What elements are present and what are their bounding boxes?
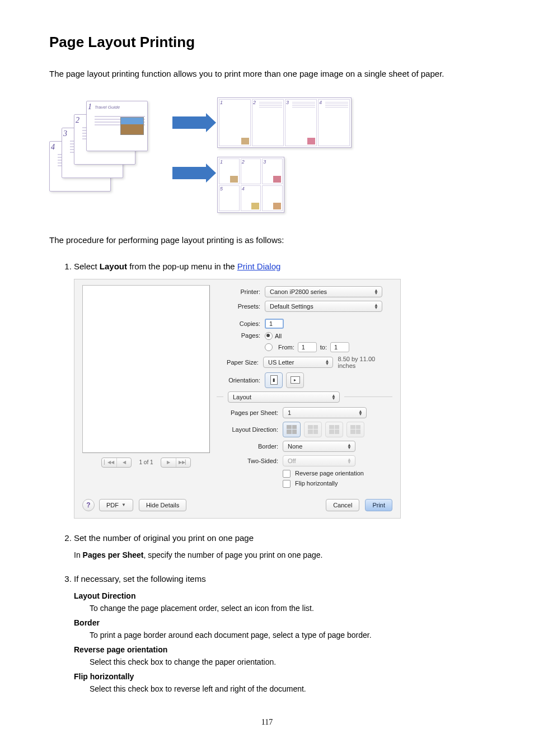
layout-dir-3-button[interactable] — [325, 422, 343, 437]
updown-icon: ▲▼ — [374, 304, 378, 309]
flip-horizontally-checkbox[interactable] — [283, 480, 291, 488]
step-3-term-0: Layout Direction — [74, 591, 485, 600]
border-select[interactable]: None ▲▼ — [283, 441, 355, 452]
step-2-body-pre: In — [74, 550, 83, 559]
procedure-text: The procedure for performing page layout… — [49, 235, 485, 245]
two-sided-select: Off ▲▼ — [283, 455, 355, 466]
presets-value: Default Settings — [270, 303, 313, 310]
pager-first-button[interactable]: ▏◀◀ — [102, 458, 116, 467]
preview-pager: ▏◀◀ ◀ 1 of 1 ▶ ▶▶▏ — [82, 458, 210, 468]
layout-dir-2-button[interactable] — [304, 422, 322, 437]
two-sided-value: Off — [288, 458, 296, 464]
layout-dir-4-button[interactable] — [346, 422, 364, 437]
pages-label: Pages: — [217, 332, 260, 339]
two-sided-label: Two-Sided: — [217, 458, 278, 464]
reverse-orientation-label: Reverse page orientation — [295, 470, 364, 477]
pages-all-radio[interactable] — [265, 332, 273, 340]
page-heading: Page Layout Printing — [49, 34, 485, 51]
hide-details-button[interactable]: Hide Details — [139, 499, 186, 511]
paper-size-value: US Letter — [268, 359, 294, 366]
step-3-def-0: To change the page placement order, sele… — [90, 604, 485, 613]
step-2-body-bold: Pages per Sheet — [83, 550, 144, 559]
step-1: Select Layout from the pop-up menu in th… — [74, 262, 485, 519]
panel-select[interactable]: Layout ▲▼ — [228, 391, 340, 403]
person-icon: ▮ — [273, 377, 275, 382]
illustration-arrows — [172, 97, 206, 198]
pager-prev-button[interactable]: ◀ — [116, 458, 131, 467]
person-icon: ▸ — [294, 377, 296, 382]
pages-from-label: From: — [278, 344, 294, 351]
step-3-title: If necessary, set the following items — [74, 574, 485, 584]
printer-value: Canon iP2800 series — [270, 288, 327, 295]
step-2-body: In Pages per Sheet, specify the number o… — [74, 550, 485, 559]
flip-horizontally-label: Flip horizontally — [295, 480, 338, 487]
page-number: 117 — [49, 718, 485, 727]
layout-dir-1-button[interactable] — [283, 422, 301, 437]
pager-next-button[interactable]: ▶ — [161, 458, 176, 467]
updown-icon: ▲▼ — [374, 289, 378, 295]
help-button[interactable]: ? — [82, 499, 95, 511]
pages-range-radio[interactable] — [265, 343, 273, 351]
panel-value: Layout — [233, 394, 251, 400]
presets-select[interactable]: Default Settings ▲▼ — [265, 301, 382, 312]
orientation-portrait-button[interactable]: ▮ — [265, 372, 283, 388]
pdf-button-label: PDF — [106, 502, 119, 508]
step-3-term-3: Flip horizontally — [74, 672, 485, 681]
pdf-menu-button[interactable]: PDF ▼ — [99, 499, 133, 511]
step-1-title: Select Layout from the pop-up menu in th… — [74, 262, 485, 271]
printer-label: Printer: — [217, 288, 260, 295]
orientation-label: Orientation: — [217, 377, 260, 384]
paper-size-select[interactable]: US Letter ▲▼ — [263, 357, 334, 368]
pages-per-sheet-label: Pages per Sheet: — [217, 409, 278, 416]
step-3-def-3: Select this check box to reverse left an… — [90, 684, 485, 693]
step-1-bold: Layout — [100, 262, 127, 271]
border-value: None — [288, 443, 302, 450]
orientation-landscape-button[interactable]: ▸ — [286, 372, 304, 388]
pager-last-button[interactable]: ▶▶▏ — [176, 458, 190, 467]
form-pane: Printer: Canon iP2800 series ▲▼ Presets:… — [217, 285, 392, 491]
step-2-title: Set the number of original you print on … — [74, 533, 485, 543]
pages-all-label: All — [275, 333, 282, 339]
updown-icon: ▲▼ — [347, 458, 352, 464]
updown-icon: ▲▼ — [325, 360, 330, 365]
step-2-body-post: , specify the number of page you print o… — [144, 550, 323, 559]
step-1-pre: Select — [74, 262, 100, 271]
preview-pane: ▏◀◀ ◀ 1 of 1 ▶ ▶▶▏ — [82, 285, 210, 468]
pages-to-input[interactable]: 1 — [330, 342, 349, 352]
pages-per-sheet-value: 1 — [288, 409, 291, 416]
pages-per-sheet-select[interactable]: 1 ▲▼ — [283, 407, 367, 418]
cancel-button[interactable]: Cancel — [326, 499, 359, 511]
panel-separator: Layout ▲▼ — [217, 391, 392, 403]
copies-label: Copies: — [217, 320, 260, 327]
step-3-def-1: To print a page border around each docum… — [90, 631, 485, 640]
paper-size-label: Paper Size: — [217, 359, 259, 366]
print-button[interactable]: Print — [365, 499, 392, 511]
layout-illustration: 4 3 2 1 Travel Guide 1 — [49, 97, 485, 213]
pager-label: 1 of 1 — [135, 459, 157, 465]
updown-icon: ▲▼ — [358, 410, 363, 416]
step-3-term-1: Border — [74, 618, 485, 627]
presets-label: Presets: — [217, 303, 260, 310]
intro-text: The page layout printing function allows… — [49, 68, 485, 81]
pages-from-input[interactable]: 1 — [298, 342, 317, 352]
illustration-outputs: 1 2 3 4 1 2 3 5 4 — [217, 97, 352, 213]
print-dialog-link[interactable]: Print Dialog — [237, 262, 281, 271]
step-2: Set the number of original you print on … — [74, 533, 485, 559]
step-1-mid: from the pop-up menu in the — [127, 262, 237, 271]
print-dialog: ▏◀◀ ◀ 1 of 1 ▶ ▶▶▏ Printer: — [74, 279, 401, 519]
illustration-stack: 4 3 2 1 Travel Guide — [49, 97, 161, 198]
copies-input[interactable]: 1 — [265, 319, 284, 329]
pages-to-label: to: — [320, 344, 327, 351]
border-label: Border: — [217, 443, 278, 450]
dropdown-icon: ▼ — [121, 502, 126, 507]
paper-dimensions: 8.50 by 11.00 inches — [338, 356, 392, 369]
updown-icon: ▲▼ — [347, 444, 352, 449]
updown-icon: ▲▼ — [331, 394, 336, 400]
preview-paper — [82, 285, 210, 453]
step-3-term-2: Reverse page orientation — [74, 645, 485, 654]
step-3-def-2: Select this check box to change the pape… — [90, 657, 485, 666]
layout-direction-label: Layout Direction: — [217, 426, 278, 433]
printer-select[interactable]: Canon iP2800 series ▲▼ — [265, 286, 382, 297]
reverse-orientation-checkbox[interactable] — [283, 470, 291, 478]
step-3: If necessary, set the following items La… — [74, 574, 485, 693]
